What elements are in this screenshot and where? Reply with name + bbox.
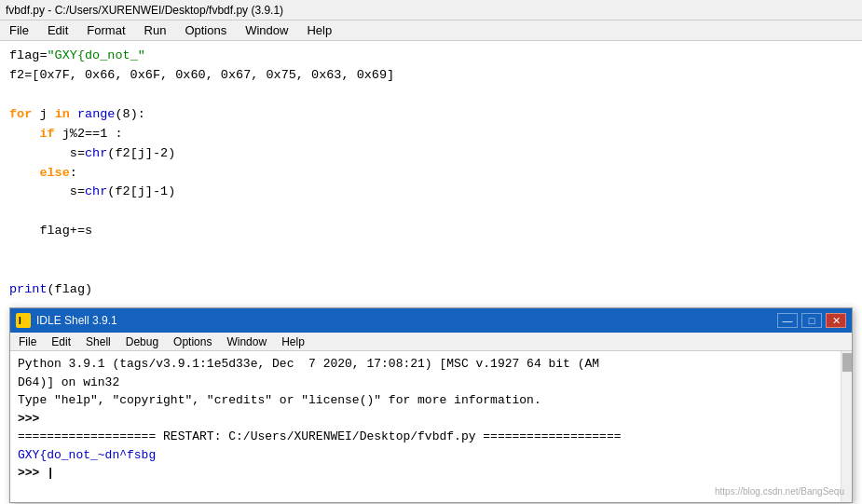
code-line-6: s=chr(f2[j]-2) [9,144,853,164]
code-line-2: f2=[0x7F, 0x66, 0x6F, 0x60, 0x67, 0x75, … [9,66,853,86]
menu-run[interactable]: Run [139,22,172,38]
menu-help[interactable]: Help [301,22,337,38]
title-text: fvbdf.py - C:/Users/XURENWEI/Desktop/fvb… [6,4,283,17]
shell-restart-line: =================== RESTART: C:/Users/XU… [18,428,844,446]
code-line-13: print(flag) [9,280,853,300]
code-line-4: for j in range(8): [9,105,853,125]
menu-edit[interactable]: Edit [42,22,74,38]
svg-text:I: I [19,316,21,326]
shell-menu-bar: File Edit Shell Debug Options Window Hel… [10,333,852,351]
shell-window: I IDLE Shell 3.9.1 — □ ✕ File Edit Shell… [9,307,853,503]
scrollbar[interactable] [841,351,852,502]
shell-python-info2: D64)] on win32 [18,374,844,392]
shell-help-line: Type "help", "copyright", "credits" or "… [18,391,844,410]
code-line-1: flag="GXY{do_not_" [9,47,853,66]
menu-bar: File Edit Format Run Options Window Help [0,20,862,41]
shell-menu-file[interactable]: File [14,335,41,348]
shell-menu-edit[interactable]: Edit [47,335,75,348]
menu-file[interactable]: File [4,22,34,38]
shell-icon: I [16,313,31,328]
shell-prompt1: >>> [18,410,844,429]
watermark: https://blog.csdn.net/BangSequ [715,484,844,498]
code-line-blank1 [9,86,853,105]
shell-prompt2: >>> | [18,464,844,483]
shell-title-text: IDLE Shell 3.9.1 [36,314,772,327]
shell-menu-options[interactable]: Options [169,335,216,348]
menu-window[interactable]: Window [239,22,294,38]
shell-window-controls: — □ ✕ [777,313,846,328]
scrollbar-thumb[interactable] [842,353,852,372]
shell-menu-window[interactable]: Window [222,335,271,348]
code-line-10: flag+=s [9,222,853,241]
menu-options[interactable]: Options [179,22,232,38]
shell-python-info: Python 3.9.1 (tags/v3.9.1:1e5d33e, Dec 7… [18,355,844,374]
shell-menu-help[interactable]: Help [277,335,309,348]
code-line-5: if j%2==1 : [9,125,853,144]
shell-output-line: GXY{do_not_~dn^fsbg [18,446,844,465]
code-line-blank3 [9,241,853,261]
shell-menu-debug[interactable]: Debug [121,335,163,348]
code-line-blank4 [9,261,853,280]
code-line-8: s=chr(f2[j]-1) [9,183,853,202]
code-line-blank2 [9,202,853,222]
minimize-button[interactable]: — [777,313,798,328]
maximize-button[interactable]: □ [801,313,822,328]
shell-title-bar: I IDLE Shell 3.9.1 — □ ✕ [10,308,852,333]
shell-content[interactable]: Python 3.9.1 (tags/v3.9.1:1e5d33e, Dec 7… [10,351,852,502]
code-line-7: else: [9,164,853,184]
code-editor[interactable]: flag="GXY{do_not_" f2=[0x7F, 0x66, 0x6F,… [0,41,862,339]
title-bar: fvbdf.py - C:/Users/XURENWEI/Desktop/fvb… [0,0,862,20]
shell-menu-shell[interactable]: Shell [81,335,116,348]
menu-format[interactable]: Format [81,22,130,38]
close-button[interactable]: ✕ [826,313,846,328]
